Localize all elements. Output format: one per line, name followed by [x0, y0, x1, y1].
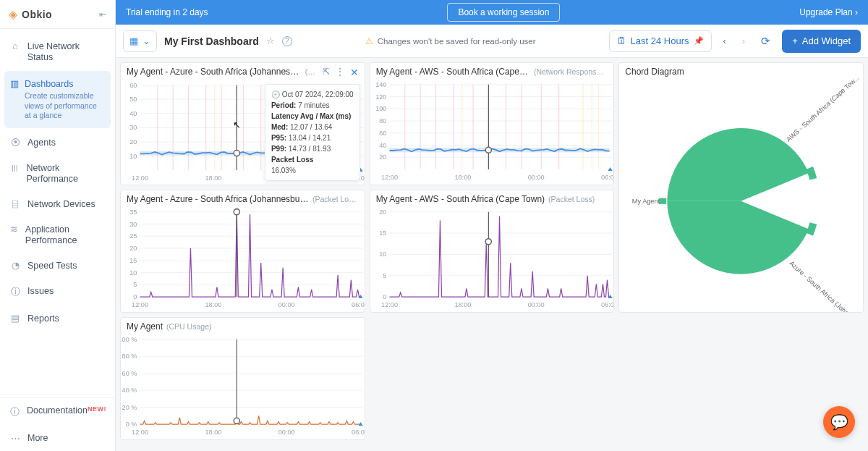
widget-w6: My Agent (CPU Usage) 0 %20 %40 %60 %80 %…: [120, 317, 365, 440]
sidebar-item-label: Documentation: [27, 405, 88, 416]
widget-body[interactable]: 0510152025303512:0018:0000:0006:00: [121, 206, 365, 312]
svg-text:30: 30: [129, 124, 137, 131]
home-icon: ⌂: [9, 41, 22, 51]
svg-point-130: [234, 418, 239, 423]
sidebar-item-live-network-status[interactable]: ⌂Live Network Status: [0, 33, 115, 69]
svg-text:5: 5: [383, 272, 386, 279]
svg-text:5: 5: [133, 281, 137, 288]
sidebar-item-dashboards[interactable]: ▥DashboardsCreate customizable views of …: [4, 71, 111, 128]
widget-w1: My Agent - Azure - South Africa (Johanne…: [120, 62, 365, 185]
upgrade-plan-link[interactable]: Upgrade Plan ›: [799, 7, 858, 17]
svg-text:18:00: 18:00: [205, 301, 221, 308]
sidebar-item-reports[interactable]: ▤Reports: [0, 305, 115, 331]
svg-text:20: 20: [379, 208, 386, 216]
widget-body[interactable]: My Agent AWS - South Africa (Cape Tow...…: [619, 78, 863, 313]
sidebar-item-application-performance[interactable]: ≋Application Performance: [0, 216, 115, 253]
add-widget-button[interactable]: + Add Widget: [782, 30, 861, 53]
svg-text:12:00: 12:00: [132, 301, 148, 308]
widget-title: My Agent - Azure - South Africa (Johanne…: [127, 194, 309, 204]
svg-text:20 %: 20 %: [122, 404, 137, 411]
export-icon[interactable]: ⇱: [323, 67, 330, 78]
sidebar-item-label: Issues: [27, 286, 54, 296]
svg-point-111: [485, 239, 491, 245]
svg-text:12:00: 12:00: [381, 301, 398, 308]
help-icon[interactable]: ?: [282, 36, 292, 46]
sidebar-item-documentation[interactable]: ⓘDocumentationNEW!: [0, 398, 115, 426]
time-prev-button[interactable]: ‹: [719, 35, 731, 46]
chevron-down-icon: ⌄: [142, 35, 150, 46]
widget-w2: My Agent - AWS - South Africa (Cape Town…: [370, 62, 615, 185]
sidebar-item-label: Network Devices: [27, 199, 95, 209]
sidebar-collapse-button[interactable]: ⇤: [99, 9, 106, 20]
sidebar-item-label: Live Network Status: [27, 41, 80, 62]
sidebar-item-more[interactable]: ⋯More: [0, 426, 115, 451]
widget-body[interactable]: 0 %20 %40 %60 %80 %100 %12:0018:0000:000…: [121, 333, 365, 439]
svg-text:80: 80: [379, 117, 386, 125]
sidebar-item-issues[interactable]: ⓘIssues: [0, 278, 115, 305]
svg-text:25: 25: [129, 232, 137, 240]
svg-text:00:00: 00:00: [278, 301, 295, 308]
widget-subtitle: (CPU Usage): [166, 322, 211, 331]
svg-text:10: 10: [379, 250, 386, 258]
svg-text:40 %: 40 %: [122, 387, 137, 394]
sidebar-item-label: Reports: [27, 313, 59, 324]
star-icon[interactable]: ☆: [266, 35, 275, 46]
svg-text:15: 15: [129, 257, 137, 264]
book-session-button[interactable]: Book a working session: [447, 3, 560, 22]
doc-icon: ⓘ: [9, 405, 21, 418]
chat-icon: 💬: [830, 413, 848, 431]
widget-body[interactable]: 2040608010012014012:0018:0000:0006:00: [370, 78, 614, 185]
devices-icon: ⌸: [9, 198, 22, 209]
more-icon[interactable]: ⋮: [336, 67, 344, 78]
svg-text:Azure - South Africa (Johann..: Azure - South Africa (Johann...: [788, 260, 861, 313]
layout-selector[interactable]: ▦ ⌄: [123, 30, 157, 52]
svg-point-94: [234, 209, 239, 215]
sidebar-item-network-devices[interactable]: ⌸Network Devices: [0, 191, 115, 216]
calendar-icon: 🗓: [617, 35, 626, 46]
svg-marker-69: [608, 167, 612, 171]
widget-body[interactable]: 0510152012:0018:0000:0006:00: [370, 206, 614, 312]
time-next-button[interactable]: ›: [738, 35, 749, 46]
svg-text:0: 0: [383, 293, 386, 300]
svg-point-68: [485, 147, 491, 153]
svg-text:18:00: 18:00: [454, 174, 471, 181]
chart-tooltip: 🕘 Oct 07 2024, 22:09:00 Period: 7 minute…: [265, 84, 360, 181]
widget-w5: My Agent - AWS - South Africa (Cape Town…: [370, 190, 615, 313]
svg-text:35: 35: [129, 208, 137, 216]
chat-fab[interactable]: 💬: [823, 406, 855, 438]
svg-text:100: 100: [375, 105, 386, 112]
agents-icon: ⦿: [9, 137, 22, 148]
new-badge: NEW!: [88, 405, 106, 413]
close-icon[interactable]: ✕: [350, 67, 359, 78]
svg-text:100 %: 100 %: [121, 336, 137, 343]
readonly-warning: ⚠ Changes won't be saved for read-only u…: [365, 36, 536, 46]
more-icon: ⋯: [9, 433, 22, 444]
svg-text:10: 10: [129, 269, 137, 277]
svg-text:120: 120: [375, 93, 386, 101]
sidebar-item-sub: Create customizable views of performance…: [25, 91, 105, 121]
svg-text:My Agent: My Agent: [632, 198, 660, 205]
svg-text:00:00: 00:00: [527, 174, 544, 181]
sidebar-item-network-performance[interactable]: ⫼Network Performance: [0, 155, 115, 191]
widget-title: My Agent: [127, 321, 163, 332]
pin-icon: 📌: [694, 36, 704, 46]
refresh-button[interactable]: ⟳: [757, 35, 775, 48]
svg-text:60: 60: [129, 82, 137, 89]
svg-text:00:00: 00:00: [527, 301, 544, 308]
widget-title: Chord Diagram: [625, 67, 684, 77]
brand-name: Obkio: [22, 9, 52, 20]
svg-text:AWS - South Africa (Cape Tow..: AWS - South Africa (Cape Tow...: [786, 78, 861, 143]
time-range-selector[interactable]: 🗓 Last 24 Hours 📌: [609, 30, 712, 52]
svg-text:60 %: 60 %: [122, 370, 137, 377]
sidebar-item-speed-tests[interactable]: ◔Speed Tests: [0, 253, 115, 278]
svg-text:18:00: 18:00: [454, 301, 471, 308]
sidebar-item-agents[interactable]: ⦿Agents: [0, 130, 115, 155]
widget-w4: My Agent - Azure - South Africa (Johanne…: [120, 190, 365, 313]
widget-body[interactable]: 10203040506012:0018:0000:0006:00🕘 Oct 07…: [121, 80, 365, 185]
widget-subtitle: (Packet Loss): [548, 195, 595, 203]
dash-icon: ▥: [10, 78, 19, 89]
svg-text:12:00: 12:00: [132, 174, 148, 182]
cursor-icon: ↖: [233, 119, 241, 130]
svg-text:12:00: 12:00: [381, 174, 398, 181]
svg-point-32: [234, 150, 239, 156]
